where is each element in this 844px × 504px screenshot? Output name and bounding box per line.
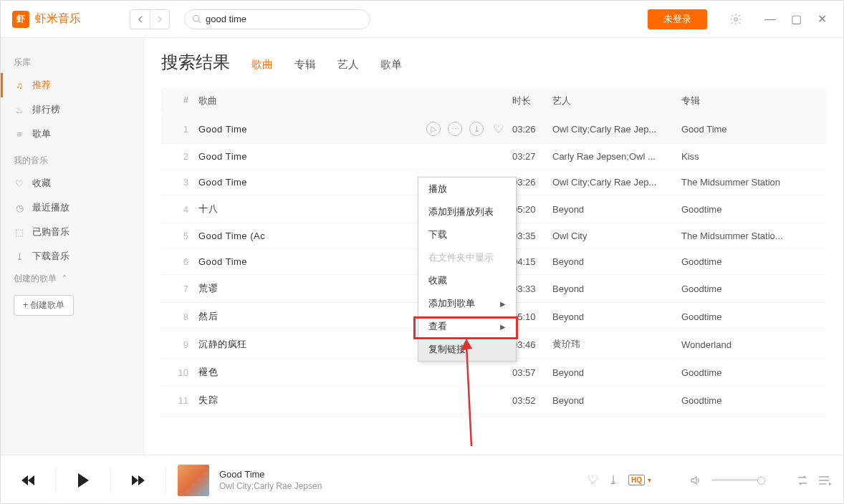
volume-button[interactable] xyxy=(690,475,701,486)
col-artist: 艺人 xyxy=(552,94,681,107)
sidebar-item-label: 已购音乐 xyxy=(32,226,69,238)
sidebar-item-playlists[interactable]: ≡ 歌单 xyxy=(1,122,143,146)
sidebar-section-mymusic: 我的音乐 xyxy=(1,150,143,171)
song-artist: Owl City;Carly Rae Jep... xyxy=(552,177,681,188)
sidebar-item-recent[interactable]: ◷ 最近播放 xyxy=(1,195,143,220)
nav-forward-button[interactable] xyxy=(150,9,170,29)
maximize-button[interactable]: ▢ xyxy=(786,9,806,29)
col-song: 歌曲 xyxy=(198,94,512,107)
chevron-right-icon: ▶ xyxy=(500,323,506,331)
context-menu-item: 在文件夹中显示 xyxy=(418,246,516,269)
create-playlist-button[interactable]: + 创建歌单 xyxy=(14,295,74,316)
search-input[interactable] xyxy=(206,14,363,24)
tab-artists[interactable]: 艺人 xyxy=(337,58,359,74)
context-menu-item[interactable]: 播放 xyxy=(418,178,516,200)
song-artist: Beyond xyxy=(552,367,681,378)
song-album: Kiss xyxy=(681,151,817,162)
song-duration: 05:20 xyxy=(512,204,552,215)
song-album: Goodtime xyxy=(681,395,817,406)
search-box[interactable] xyxy=(184,9,370,29)
settings-button[interactable] xyxy=(726,9,746,29)
row-number: 1 xyxy=(170,124,198,135)
context-menu-item[interactable]: 收藏 xyxy=(418,269,516,292)
table-row[interactable]: 2Good Time03:27Carly Rae Jepsen;Owl ...K… xyxy=(161,144,826,170)
sidebar-item-label: 收藏 xyxy=(32,177,51,190)
song-duration: 03:27 xyxy=(512,151,552,162)
song-duration: 03:26 xyxy=(512,177,552,188)
sidebar-item-recommend[interactable]: ♫ 推荐 xyxy=(1,73,143,97)
music-note-icon: ♫ xyxy=(14,79,25,91)
sidebar-item-downloads[interactable]: ⤓ 下载音乐 xyxy=(1,244,143,268)
table-row[interactable]: 1Good Time▷⋯⤓♡03:26Owl City;Carly Rae Je… xyxy=(161,115,826,144)
context-menu-item[interactable]: 复制链接 xyxy=(418,338,516,361)
sidebar-item-label: 最近播放 xyxy=(32,201,69,214)
now-playing-title: Good Time xyxy=(219,469,322,480)
download-track-button[interactable]: ⤓ xyxy=(608,472,618,488)
chevron-up-icon: ˄ xyxy=(62,274,67,284)
favorite-button[interactable]: ♡ xyxy=(588,472,598,488)
row-number: 4 xyxy=(170,204,198,215)
table-row[interactable]: 10褪色03:57BeyondGoodtime xyxy=(161,359,826,387)
play-icon[interactable]: ▷ xyxy=(426,122,441,136)
song-title: 褪色 xyxy=(198,366,512,379)
login-button[interactable]: 未登录 xyxy=(648,9,707,29)
song-artist: Owl City;Carly Rae Jep... xyxy=(552,124,681,135)
tab-songs[interactable]: 歌曲 xyxy=(251,58,273,74)
sidebar-section-created[interactable]: 创建的歌单 ˄ xyxy=(1,268,143,289)
context-menu-item[interactable]: 添加到歌单▶ xyxy=(418,292,516,315)
song-duration: 05:10 xyxy=(512,311,552,322)
chevron-right-icon: ▶ xyxy=(500,300,506,308)
context-menu-item[interactable]: 查看▶ xyxy=(418,315,516,338)
download-icon[interactable]: ⤓ xyxy=(469,122,484,136)
search-icon xyxy=(192,14,201,24)
tab-playlists[interactable]: 歌单 xyxy=(380,58,402,74)
volume-slider[interactable] xyxy=(711,479,762,481)
song-artist: Beyond xyxy=(552,311,681,322)
now-playing-artist: Owl City;Carly Rae Jepsen xyxy=(219,481,322,491)
song-duration: 04:15 xyxy=(512,256,552,267)
song-artist: Carly Rae Jepsen;Owl ... xyxy=(552,151,681,162)
song-title: 失踪 xyxy=(198,394,512,407)
col-album: 专辑 xyxy=(681,94,817,107)
col-number: # xyxy=(170,94,198,107)
row-number: 5 xyxy=(170,231,198,241)
player-bar: Good Time Owl City;Carly Rae Jepsen ♡ ⤓ … xyxy=(1,455,843,504)
more-icon[interactable]: ⋯ xyxy=(448,122,462,136)
row-number: 2 xyxy=(170,151,198,162)
repeat-button[interactable] xyxy=(796,475,809,486)
song-album: Goodtime xyxy=(681,284,817,294)
clock-icon: ◷ xyxy=(14,202,25,213)
row-number: 7 xyxy=(170,284,198,294)
song-duration: 03:33 xyxy=(512,284,552,294)
song-artist: Beyond xyxy=(552,256,681,267)
minimize-button[interactable]: — xyxy=(760,9,780,29)
queue-button[interactable] xyxy=(819,475,832,485)
sidebar-item-purchased[interactable]: ⬚ 已购音乐 xyxy=(1,220,143,244)
prev-track-button[interactable] xyxy=(12,465,44,496)
quality-button[interactable]: HQ▾ xyxy=(628,475,651,485)
context-menu-item[interactable]: 下载 xyxy=(418,223,516,246)
sidebar-item-favorites[interactable]: ♡ 收藏 xyxy=(1,171,143,195)
flame-icon: ♨ xyxy=(14,104,25,115)
tab-albums[interactable]: 专辑 xyxy=(294,58,316,74)
context-menu: 播放添加到播放列表下载在文件夹中显示收藏添加到歌单▶查看▶复制链接 xyxy=(418,177,517,362)
app-logo-icon: 虾 xyxy=(12,11,29,28)
sidebar-item-label: 推荐 xyxy=(32,79,51,92)
song-album: Goodtime xyxy=(681,256,817,267)
row-number: 3 xyxy=(170,177,198,188)
song-duration: 03:26 xyxy=(512,124,552,135)
row-number: 9 xyxy=(170,339,198,350)
album-art[interactable] xyxy=(178,465,209,496)
svg-point-0 xyxy=(193,16,199,21)
nav-back-button[interactable] xyxy=(130,9,150,29)
next-track-button[interactable] xyxy=(123,465,154,496)
row-number: 6 xyxy=(170,256,198,267)
table-row[interactable]: 11失踪03:52BeyondGoodtime xyxy=(161,387,826,415)
sidebar-item-charts[interactable]: ♨ 排行榜 xyxy=(1,97,143,122)
close-button[interactable]: ✕ xyxy=(812,9,832,29)
song-album: Goodtime xyxy=(681,311,817,322)
context-menu-item[interactable]: 添加到播放列表 xyxy=(418,200,516,223)
heart-icon[interactable]: ♡ xyxy=(491,122,505,136)
row-number: 8 xyxy=(170,311,198,322)
play-button[interactable] xyxy=(67,465,99,496)
